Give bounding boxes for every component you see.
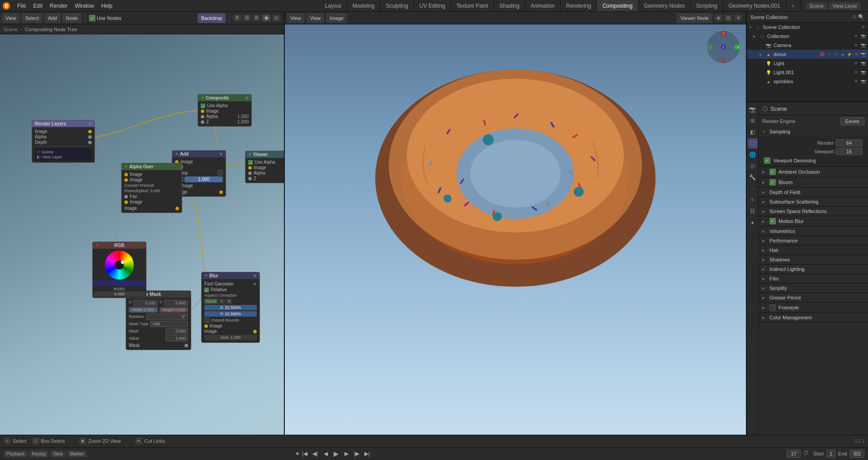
ellipse-rotation[interactable]: 0°	[146, 313, 188, 320]
node-ellipse-mask[interactable]: ▼ Ellipse Mask X 0.100 Y 0.900 Width 0.5…	[126, 290, 191, 350]
sss-header[interactable]: ▶ Subsurface Scattering	[759, 197, 868, 206]
next-frame-btn[interactable]: ▶	[342, 449, 351, 458]
view-layer-props-icon[interactable]: ◧	[748, 127, 758, 137]
prev-frame-btn[interactable]: ◀	[321, 449, 330, 458]
donut-icon3[interactable]: ⊡	[833, 51, 839, 57]
tab-uv-editing[interactable]: UV Editing	[414, 0, 451, 11]
light001-render-icon[interactable]: 📷	[860, 69, 866, 76]
node-viewer[interactable]: ▼ Viewer ✕ ✓ Use Alpha Image	[245, 151, 285, 183]
color-wheel[interactable]	[105, 251, 134, 280]
node-rgb[interactable]: ▼ RGB RGBA 0.000	[92, 242, 146, 298]
rgb-btn-g[interactable]: G	[243, 14, 251, 21]
render-props-icon[interactable]: 📷	[748, 104, 758, 114]
blur-filter-dropdown[interactable]: ▼	[253, 282, 257, 286]
view-layer-value[interactable]: View Layer	[42, 155, 62, 159]
use-nodes-toggle[interactable]: ✓ Use Nodes	[89, 15, 121, 21]
physics-icon[interactable]: ⚛	[748, 195, 758, 205]
denoising-check[interactable]: ✓	[764, 157, 770, 164]
scene-value[interactable]: Scene	[42, 150, 53, 154]
donut-visibility[interactable]: 👁	[853, 51, 859, 57]
cut-group[interactable]: ✂ Cut Links	[135, 437, 165, 445]
scene-props-icon[interactable]: ⬡	[748, 138, 758, 148]
ao-checkbox[interactable]: ✓	[769, 169, 776, 175]
col-render-icon[interactable]: 📷	[860, 33, 866, 39]
bloom-checkbox[interactable]: ✓	[769, 179, 776, 185]
ao-header[interactable]: ▶ ✓ Ambient Occlusion	[759, 167, 868, 177]
tab-texture-paint[interactable]: Texture Paint	[451, 0, 494, 11]
viewport-image-btn[interactable]: Image	[326, 13, 347, 23]
ellipse-mask-type[interactable]: Add	[150, 321, 188, 327]
vol-header[interactable]: ▶ Volumetrics	[759, 227, 868, 236]
tab-compositing[interactable]: Compositing	[597, 0, 638, 11]
node-composite[interactable]: ▼ Composite ✕ ✓ Use Alpha Image	[198, 94, 252, 127]
freestyle-header[interactable]: ▶ Freestyle	[759, 303, 868, 313]
outliner-row-collection[interactable]: ▶ □ Collection 👁 📷	[747, 32, 868, 41]
tab-geometry-nodes-001[interactable]: Geometry Nodes.001	[723, 0, 786, 11]
viewport-view-all[interactable]: ⊡	[724, 14, 732, 21]
node-canvas[interactable]: Render Layers ✕ Image Alpha Depth	[0, 23, 284, 447]
material-icon[interactable]: ●	[748, 218, 758, 228]
play-btn[interactable]: ▶	[331, 449, 340, 458]
viewer-node-btn[interactable]: Viewer Node	[677, 13, 712, 23]
keying-btn[interactable]: Keying	[29, 451, 49, 457]
frame-clock-icon[interactable]: ⏱	[803, 450, 811, 457]
indirect-header[interactable]: ▶ Indirect Lighting	[759, 265, 868, 274]
mb-header[interactable]: ▶ ✓ Motion Blur	[759, 216, 868, 226]
output-props-icon[interactable]: ⊞	[748, 116, 758, 126]
tab-animation[interactable]: Animation	[525, 0, 561, 11]
start-frame[interactable]: 1	[826, 450, 835, 458]
donut-icon2[interactable]: ◎	[826, 51, 832, 57]
timeline-dot[interactable]	[296, 452, 299, 455]
colormgmt-header[interactable]: ▶ Color Management	[759, 313, 868, 322]
outliner-row-light001[interactable]: ▶ 💡 Light.001 👁 📷	[747, 68, 868, 77]
ssr-header[interactable]: ▶ Screen Space Reflections	[759, 207, 868, 216]
tab-shading[interactable]: Shading	[494, 0, 525, 11]
tab-layout[interactable]: Layout	[320, 0, 347, 11]
select-icon-group[interactable]: ○ Select	[4, 437, 27, 445]
modifiers-icon[interactable]: 🔧	[748, 172, 758, 182]
bloom-header[interactable]: ▶ ✓ Bloom	[759, 177, 868, 187]
blur-none-btn[interactable]: None	[204, 299, 218, 304]
tab-geometry-nodes[interactable]: Geometry Nodes	[638, 0, 691, 11]
add-clamp-check[interactable]	[217, 170, 223, 175]
rgb-btn-b[interactable]: B	[253, 14, 260, 21]
viewport-close[interactable]: ✕	[734, 14, 742, 21]
marker-btn[interactable]: Marker	[67, 451, 87, 457]
ellipse-mask-val[interactable]: 0.000	[165, 328, 188, 334]
blur-extend-bounds[interactable]	[204, 318, 210, 323]
sampling-header[interactable]: ▼ Sampling	[759, 127, 868, 136]
donut-icon1[interactable]: ⭕	[819, 51, 826, 57]
jump-end-btn[interactable]: ▶|	[363, 449, 372, 458]
menu-window[interactable]: Window	[71, 2, 98, 10]
tab-add[interactable]: +	[786, 0, 801, 11]
menu-help[interactable]: Help	[98, 2, 116, 10]
ellipse-height[interactable]: Height 0.500	[160, 307, 189, 313]
cam-visibility-icon[interactable]: 👁	[853, 42, 859, 48]
blur-relative-check[interactable]: ✓	[204, 288, 209, 292]
visibility-icon[interactable]: 👁	[860, 24, 866, 30]
viewport-view-btn[interactable]: View	[287, 13, 305, 23]
blur-y-btn[interactable]: Y	[219, 299, 225, 304]
grease-header[interactable]: ▶ Grease Pencil	[759, 293, 868, 302]
box-select-group[interactable]: □ Box Select	[32, 437, 65, 445]
rgba-value[interactable]: 0.000	[94, 291, 145, 297]
simplify-header[interactable]: ▶ Simplify	[759, 284, 868, 293]
ellipse-x[interactable]: 0.100	[133, 300, 157, 306]
view-btn-timeline[interactable]: View	[50, 451, 66, 457]
perf-header[interactable]: ▶ Performance	[759, 236, 868, 245]
outliner-row-camera[interactable]: ▶ 📷 Camera 👁 📷	[747, 41, 868, 50]
node-blur[interactable]: ▼ Blur ✕ Fast Gaussian ▼ ✓ Relative Aspe…	[201, 272, 260, 343]
menu-render[interactable]: Render	[46, 2, 71, 10]
composite-close[interactable]: ✕	[245, 96, 249, 100]
outliner-row-light[interactable]: ▶ 💡 Light 👁 📷	[747, 59, 868, 68]
jump-start-btn[interactable]: |◀	[300, 449, 309, 458]
collection-arrow[interactable]: ▶	[753, 34, 759, 38]
mb-checkbox[interactable]: ✓	[769, 218, 776, 224]
tab-modeling[interactable]: Modeling	[347, 0, 381, 11]
ellipse-y[interactable]: 0.900	[164, 300, 188, 306]
view-layer-selector[interactable]: View Layer	[829, 2, 861, 9]
playback-btn[interactable]: Playback	[4, 451, 28, 457]
view-btn[interactable]: View	[2, 13, 20, 23]
navigation-gizmo[interactable]: Y X Z	[705, 29, 741, 65]
node-render-layers[interactable]: Render Layers ✕ Image Alpha Depth	[32, 120, 95, 163]
